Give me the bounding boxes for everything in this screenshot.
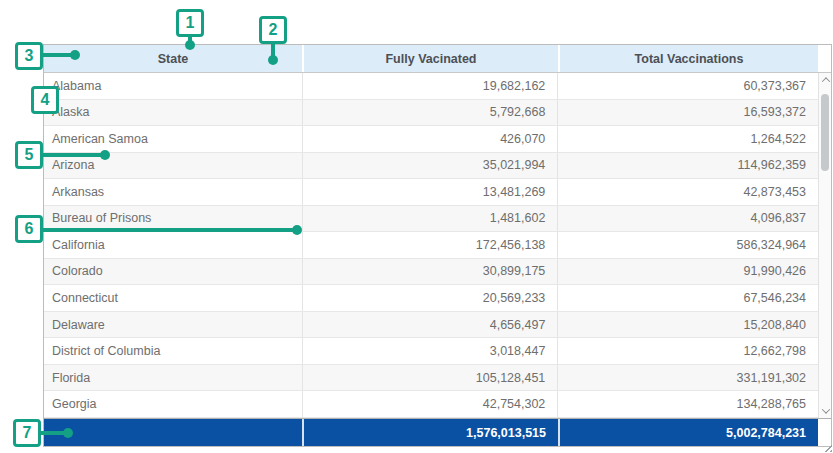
annotation-5-connector [42,153,104,157]
total-vaccinations-cell: 60,373,367 [557,73,818,99]
annotation-6-connector [42,228,296,232]
total-vaccinations-cell: 586,324,964 [557,232,818,258]
fully-vaccinated-cell: 4,656,497 [302,312,558,338]
state-cell: Connecticut [44,285,302,311]
total-vaccinations-cell: 331,191,302 [557,365,818,391]
annotation-marker-1: 1 [176,9,204,37]
scrollbar-thumb[interactable] [821,94,829,171]
scrollbar-header-spacer [818,45,831,72]
annotation-marker-2: 2 [259,16,287,44]
table-row[interactable]: Connecticut 20,569,233 67,546,234 [44,285,818,312]
annotation-label: 4 [41,91,50,109]
table-header: State Fully Vacinated Total Vaccinations [44,45,831,73]
annotation-marker-4: 4 [31,86,59,114]
table-footer-totals: 1,576,013,515 5,002,784,231 [44,418,831,446]
annotation-marker-7: 7 [13,419,41,447]
state-cell: Alabama [44,73,302,99]
column-header-fully-vaccinated[interactable]: Fully Vacinated [302,45,558,72]
annotation-label: 2 [269,21,278,39]
total-vaccinations-cell: 12,662,798 [557,338,818,364]
total-vaccinations-cell: 91,990,426 [557,259,818,285]
footer-state-cell [44,419,302,446]
total-vaccinations-cell: 114,962,359 [557,153,818,179]
table-row[interactable]: Arkansas 13,481,269 42,873,453 [44,179,818,206]
table-row[interactable]: Delaware 4,656,497 15,208,840 [44,312,818,339]
fully-vaccinated-cell: 105,128,451 [302,365,558,391]
annotation-label: 3 [25,47,34,65]
fully-vaccinated-cell: 3,018,447 [302,338,558,364]
fully-vaccinated-cell: 42,754,302 [302,391,558,417]
footer-scrollbar-spacer [818,419,831,446]
column-header-state[interactable]: State [44,45,302,72]
annotation-label: 5 [25,146,34,164]
fully-vaccinated-cell: 426,070 [302,126,558,152]
total-vaccinations-cell: 15,208,840 [557,312,818,338]
table-body-wrap: Alabama 19,682,162 60,373,367 Alaska 5,7… [44,73,831,418]
table-row[interactable]: American Samoa 426,070 1,264,522 [44,126,818,153]
total-vaccinations-cell: 16,593,372 [557,100,818,126]
fully-vaccinated-cell: 35,021,994 [302,153,558,179]
state-cell: Florida [44,365,302,391]
scroll-down-button[interactable] [819,404,832,418]
vaccination-table: State Fully Vacinated Total Vaccinations… [43,44,832,447]
annotation-3-dot [70,50,80,60]
table-row[interactable]: California 172,456,138 586,324,964 [44,232,818,259]
table-body: Alabama 19,682,162 60,373,367 Alaska 5,7… [44,73,818,418]
annotation-marker-3: 3 [15,42,43,70]
annotation-2-dot [268,55,278,65]
fully-vaccinated-cell: 30,899,175 [302,259,558,285]
total-vaccinations-cell: 42,873,453 [557,179,818,205]
state-cell: District of Columbia [44,338,302,364]
annotation-marker-6: 6 [15,215,43,243]
annotation-marker-5: 5 [15,141,43,169]
total-vaccinations-cell: 4,096,837 [557,206,818,232]
fully-vaccinated-cell: 5,792,668 [302,100,558,126]
state-cell: Alaska [44,100,302,126]
table-row[interactable]: Georgia 42,754,302 134,288,765 [44,391,818,418]
table-row[interactable]: District of Columbia 3,018,447 12,662,79… [44,338,818,365]
fully-vaccinated-cell: 1,481,602 [302,206,558,232]
state-cell: Colorado [44,259,302,285]
annotation-6-dot [292,225,302,235]
fully-vaccinated-cell: 172,456,138 [302,232,558,258]
footer-total-vaccinations-total: 5,002,784,231 [558,419,818,446]
annotation-label: 6 [25,220,34,238]
fully-vaccinated-cell: 13,481,269 [302,179,558,205]
chevron-up-icon [821,77,829,85]
page: State Fully Vacinated Total Vaccinations… [0,0,833,453]
annotation-7-dot [63,428,73,438]
vertical-scrollbar[interactable] [818,73,831,418]
annotation-3-connector [42,53,72,57]
footer-fully-vaccinated-total: 1,576,013,515 [302,419,558,446]
table-row[interactable]: Florida 105,128,451 331,191,302 [44,365,818,392]
table-row[interactable]: Alaska 5,792,668 16,593,372 [44,100,818,127]
state-cell: Georgia [44,391,302,417]
total-vaccinations-cell: 67,546,234 [557,285,818,311]
annotation-1-dot [185,40,195,50]
fully-vaccinated-cell: 20,569,233 [302,285,558,311]
annotation-label: 7 [23,424,32,442]
state-cell: Delaware [44,312,302,338]
table-row[interactable]: Colorado 30,899,175 91,990,426 [44,259,818,286]
table-row[interactable]: Arizona 35,021,994 114,962,359 [44,153,818,180]
fully-vaccinated-cell: 19,682,162 [302,73,558,99]
chevron-down-icon [821,405,829,413]
scroll-up-button[interactable] [819,73,832,87]
state-cell: Arkansas [44,179,302,205]
total-vaccinations-cell: 1,264,522 [557,126,818,152]
state-cell: California [44,232,302,258]
annotation-5-dot [100,150,110,160]
state-cell: American Samoa [44,126,302,152]
table-row[interactable]: Alabama 19,682,162 60,373,367 [44,73,818,100]
column-header-total-vaccinations[interactable]: Total Vaccinations [558,45,818,72]
annotation-label: 1 [186,14,195,32]
total-vaccinations-cell: 134,288,765 [557,391,818,417]
